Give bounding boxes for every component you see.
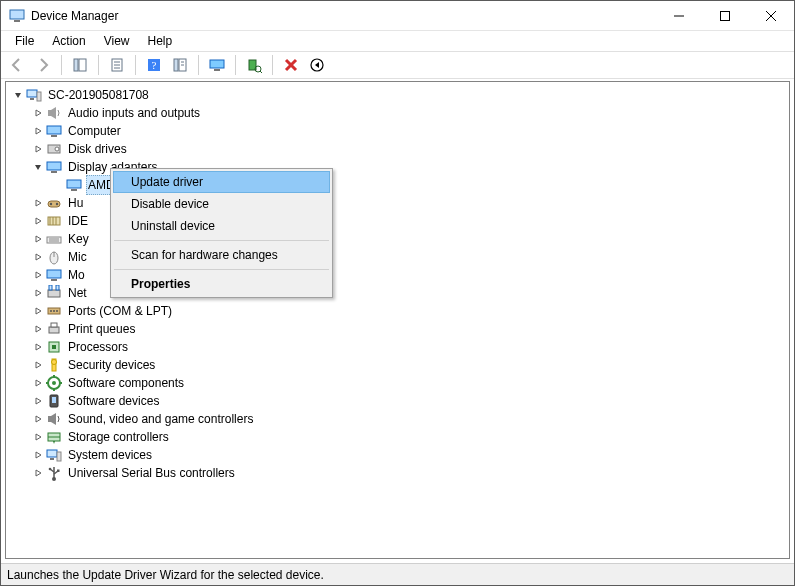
twisty-collapsed-icon[interactable]: [30, 339, 46, 355]
tree-category-label: Audio inputs and outputs: [66, 104, 202, 122]
tree-category[interactable]: System devices: [10, 446, 789, 464]
svg-marker-61: [36, 272, 41, 278]
toolbar-separator: [198, 55, 199, 75]
svg-text:?: ?: [152, 59, 157, 71]
storage-icon: [46, 429, 62, 445]
twisty-collapsed-icon[interactable]: [30, 465, 46, 481]
toolbar-uninstall-button[interactable]: [279, 54, 303, 76]
tree-category[interactable]: Processors: [10, 338, 789, 356]
twisty-collapsed-icon[interactable]: [30, 303, 46, 319]
twisty-collapsed-icon[interactable]: [30, 105, 46, 121]
svg-rect-67: [56, 285, 59, 290]
close-button[interactable]: [748, 1, 794, 31]
svg-marker-49: [36, 218, 41, 224]
twisty-collapsed-icon[interactable]: [30, 411, 46, 427]
svg-marker-54: [36, 236, 41, 242]
minimize-button[interactable]: [656, 1, 702, 31]
twisty-collapsed-icon[interactable]: [30, 267, 46, 283]
toolbar-scan-hardware-button[interactable]: [242, 54, 266, 76]
tree-category-label: Computer: [66, 122, 123, 140]
tree-category[interactable]: Software components: [10, 374, 789, 392]
tree-category[interactable]: Ports (COM & LPT): [10, 302, 789, 320]
svg-rect-43: [67, 180, 81, 188]
svg-rect-55: [47, 237, 61, 243]
context-menu-item[interactable]: Disable device: [113, 193, 330, 215]
sw-icon: [46, 375, 62, 391]
printer-icon: [46, 321, 62, 337]
toolbar-separator: [235, 55, 236, 75]
tree-category[interactable]: Security devices: [10, 356, 789, 374]
twisty-collapsed-icon[interactable]: [30, 357, 46, 373]
tree-category-label: Mo: [66, 266, 87, 284]
svg-rect-78: [52, 345, 56, 349]
twisty-collapsed-icon[interactable]: [30, 123, 46, 139]
svg-rect-66: [49, 285, 52, 290]
svg-rect-74: [49, 327, 59, 333]
tree-category[interactable]: Computer: [10, 122, 789, 140]
toolbar-action-options-button[interactable]: [168, 54, 192, 76]
toolbar-properties-button[interactable]: [105, 54, 129, 76]
twisty-collapsed-icon[interactable]: [30, 393, 46, 409]
hid-icon: [46, 195, 62, 211]
context-menu-item[interactable]: Scan for hardware changes: [113, 244, 330, 266]
tree-category-label: Storage controllers: [66, 428, 171, 446]
toolbar-enable-disable-button[interactable]: [305, 54, 329, 76]
svg-rect-35: [47, 126, 61, 134]
twisty-collapsed-icon[interactable]: [30, 213, 46, 229]
tree-root[interactable]: SC-201905081708: [10, 86, 789, 104]
svg-marker-26: [315, 62, 319, 68]
menu-help[interactable]: Help: [140, 32, 181, 50]
tree-category[interactable]: Audio inputs and outputs: [10, 104, 789, 122]
app-icon: [9, 8, 25, 24]
device-tree[interactable]: SC-201905081708Audio inputs and outputsC…: [5, 81, 790, 559]
svg-rect-41: [47, 162, 61, 170]
keyboard-icon: [46, 231, 62, 247]
toolbar-back-button[interactable]: [5, 54, 29, 76]
twisty-collapsed-icon[interactable]: [30, 231, 46, 247]
twisty-collapsed-icon[interactable]: [30, 195, 46, 211]
tree-category-label: Ports (COM & LPT): [66, 302, 174, 320]
svg-rect-1: [14, 20, 20, 22]
tree-category[interactable]: Print queues: [10, 320, 789, 338]
toolbar-monitor-button[interactable]: [205, 54, 229, 76]
tree-category[interactable]: Universal Serial Bus controllers: [10, 464, 789, 482]
twisty-none: [50, 177, 66, 193]
tree-category-label: Universal Serial Bus controllers: [66, 464, 237, 482]
monitor-icon: [66, 177, 82, 193]
twisty-collapsed-icon[interactable]: [30, 447, 46, 463]
twisty-collapsed-icon[interactable]: [30, 321, 46, 337]
toolbar-show-hide-button[interactable]: [68, 54, 92, 76]
twisty-expanded-icon[interactable]: [30, 159, 46, 175]
svg-marker-79: [36, 362, 41, 368]
swdev-icon: [46, 393, 62, 409]
menu-view[interactable]: View: [96, 32, 138, 50]
statusbar: Launches the Update Driver Wizard for th…: [1, 563, 794, 585]
twisty-collapsed-icon[interactable]: [30, 249, 46, 265]
toolbar-separator: [98, 55, 99, 75]
context-menu-item[interactable]: Update driver: [113, 171, 330, 193]
menu-action[interactable]: Action: [44, 32, 93, 50]
computer-root-icon: [26, 87, 42, 103]
context-menu-separator: [114, 240, 329, 241]
toolbar-forward-button[interactable]: [31, 54, 55, 76]
context-menu-item[interactable]: Properties: [113, 273, 330, 295]
tree-category[interactable]: Sound, video and game controllers: [10, 410, 789, 428]
tree-category[interactable]: Disk drives: [10, 140, 789, 158]
toolbar: ?: [1, 51, 794, 79]
twisty-collapsed-icon[interactable]: [30, 285, 46, 301]
twisty-collapsed-icon[interactable]: [30, 429, 46, 445]
toolbar-help-button[interactable]: ?: [142, 54, 166, 76]
menu-file[interactable]: File: [7, 32, 42, 50]
svg-point-81: [52, 360, 57, 365]
twisty-collapsed-icon[interactable]: [30, 375, 46, 391]
svg-point-47: [50, 203, 52, 205]
window-title: Device Manager: [31, 9, 656, 23]
context-menu-item[interactable]: Uninstall device: [113, 215, 330, 237]
tree-category[interactable]: Software devices: [10, 392, 789, 410]
maximize-button[interactable]: [702, 1, 748, 31]
tree-category[interactable]: Storage controllers: [10, 428, 789, 446]
speaker-icon: [46, 105, 62, 121]
toolbar-separator: [61, 55, 62, 75]
twisty-collapsed-icon[interactable]: [30, 141, 46, 157]
twisty-expanded-icon[interactable]: [10, 87, 26, 103]
